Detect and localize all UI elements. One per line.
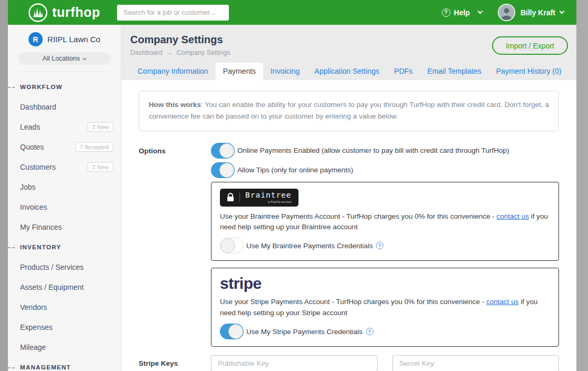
- sidebar-nav: WORKFLOW Dashboard Leads 2 New Quotes 7 …: [8, 72, 121, 371]
- braintree-paypal-subtext: a PayPal service: [268, 200, 292, 203]
- tab-application-settings[interactable]: Application Settings: [307, 63, 387, 80]
- leads-badge: 2 New: [88, 122, 113, 132]
- help-label: Help: [454, 8, 470, 17]
- sidebar-item-label: Jobs: [20, 183, 36, 191]
- tab-payment-history[interactable]: Payment History (0): [489, 63, 569, 80]
- top-navbar: turfhop ? Help Billy Kraft: [8, 0, 576, 25]
- import-export-button[interactable]: Import / Export: [492, 36, 568, 55]
- stripe-contact-us-link[interactable]: contact us: [486, 298, 519, 306]
- app-window: turfhop ? Help Billy Kraft: [8, 0, 576, 371]
- braintree-description: Use your Braintree Payments Account - Tu…: [220, 211, 550, 233]
- toggle-knob: [228, 324, 243, 339]
- turfhop-logo[interactable]: turfhop: [28, 3, 100, 23]
- grass-logo-icon: [28, 3, 48, 23]
- payments-panel: How this works: You can enable the abili…: [121, 80, 576, 371]
- how-this-works-box: How this works: You can enable the abili…: [139, 91, 559, 131]
- sidebar-item-assets-equipment[interactable]: Assets / Equipment: [8, 277, 121, 297]
- sidebar-item-products-services[interactable]: Products / Services: [8, 257, 121, 277]
- main-area: Company Settings Dashboard → Company Set…: [121, 25, 576, 371]
- company-avatar: R: [28, 32, 43, 46]
- breadcrumb-arrow-icon: →: [166, 49, 173, 56]
- tab-pdfs[interactable]: PDFs: [387, 63, 420, 80]
- user-name: Billy Kraft: [520, 8, 555, 17]
- sidebar-item-invoices[interactable]: Invoices: [8, 197, 121, 217]
- tab-invoicing[interactable]: Invoicing: [263, 63, 307, 80]
- tab-email-templates[interactable]: Email Templates: [420, 63, 488, 80]
- braintree-credentials-toggle[interactable]: [220, 238, 244, 253]
- help-menu[interactable]: ? Help: [442, 8, 482, 17]
- nav-section-management: MANAGEMENT: [8, 357, 121, 371]
- online-payments-toggle[interactable]: [211, 143, 235, 159]
- sidebar-item-quotes[interactable]: Quotes 7 Accepted: [8, 137, 121, 157]
- sidebar-item-label: Quotes: [20, 143, 44, 151]
- stripe-credentials-toggle[interactable]: [220, 324, 244, 339]
- chevron-down-icon: [83, 56, 86, 60]
- main-header: Company Settings Dashboard → Company Set…: [121, 25, 576, 80]
- braintree-box: Braintree a PayPal service Use your Brai…: [211, 182, 559, 261]
- sidebar-item-label: Invoices: [20, 203, 47, 211]
- settings-tabs: Company Information Payments Invoicing A…: [130, 63, 567, 80]
- company-block: R RIIPL Lawn Co All Locations: [8, 25, 121, 72]
- options-label: Options: [139, 143, 211, 347]
- braintree-credentials-label: Use My Braintree Payments Credentials: [246, 242, 373, 250]
- sidebar-item-my-finances[interactable]: My Finances: [8, 217, 121, 237]
- braintree-wordmark: Braintree: [245, 191, 292, 200]
- company-name: RIIPL Lawn Co: [47, 35, 100, 44]
- sidebar-item-customers[interactable]: Customers 2 New: [8, 157, 121, 177]
- allow-tips-toggle[interactable]: [211, 162, 235, 178]
- tab-company-information[interactable]: Company Information: [130, 63, 216, 80]
- user-menu[interactable]: Billy Kraft: [498, 4, 564, 21]
- sidebar: R RIIPL Lawn Co All Locations WORKFLOW D…: [8, 25, 121, 371]
- sidebar-item-vendors[interactable]: Vendors: [8, 297, 121, 317]
- stripe-credentials-label: Use My Stripe Payments Credentials: [246, 328, 363, 336]
- sidebar-item-jobs[interactable]: Jobs: [8, 177, 121, 197]
- stripe-toggle-row: Use My Stripe Payments Credentials ?: [220, 324, 550, 339]
- stripe-desc-text: Use your Stripe Payments Account - TurfH…: [220, 298, 486, 306]
- braintree-desc-text: Use your Braintree Payments Account - Tu…: [220, 212, 497, 220]
- tab-payments[interactable]: Payments: [216, 63, 263, 80]
- online-payments-toggle-row: Online Payments Enabled (allow customer …: [211, 143, 559, 159]
- braintree-logo: Braintree a PayPal service: [220, 189, 298, 207]
- breadcrumb-dashboard[interactable]: Dashboard: [130, 49, 162, 56]
- sidebar-item-label: My Finances: [20, 223, 62, 231]
- sidebar-item-dashboard[interactable]: Dashboard: [8, 97, 121, 117]
- customers-badge: 2 New: [88, 162, 113, 172]
- braintree-toggle-row: Use My Braintree Payments Credentials ?: [220, 238, 550, 253]
- toggle-knob: [220, 238, 235, 253]
- stripe-wordmark: stripe: [220, 275, 550, 292]
- logo-divider: [239, 192, 240, 202]
- stripe-keys-label: Stripe Keys: [139, 355, 211, 371]
- toggle-knob: [219, 163, 234, 178]
- sidebar-item-label: Dashboard: [20, 103, 56, 111]
- sidebar-item-label: Assets / Equipment: [20, 283, 84, 291]
- sidebar-item-label: Mileage: [20, 343, 46, 352]
- chevron-down-icon: [477, 9, 483, 14]
- info-box-text: : You can enable the ability for your cu…: [149, 101, 549, 120]
- stripe-description: Use your Stripe Payments Account - TurfH…: [220, 297, 550, 319]
- info-box-lead: How this works: [149, 101, 201, 109]
- breadcrumb-current: Company Settings: [177, 49, 230, 56]
- stripe-help-tooltip-icon[interactable]: ?: [366, 328, 373, 335]
- options-row: Options Online Payments Enabled (allow c…: [139, 143, 559, 347]
- allow-tips-toggle-label: Allow Tips (only for online payments): [237, 166, 353, 174]
- secret-key-input[interactable]: [392, 355, 559, 371]
- allow-tips-toggle-row: Allow Tips (only for online payments): [211, 162, 559, 178]
- global-search-input[interactable]: [117, 5, 229, 21]
- location-selector[interactable]: All Locations: [18, 52, 111, 65]
- publishable-key-input[interactable]: [211, 355, 378, 371]
- lock-icon: [227, 193, 234, 202]
- toggle-knob: [219, 143, 234, 158]
- sidebar-item-mileage[interactable]: Mileage: [8, 337, 121, 357]
- stripe-box: stripe Use your Stripe Payments Account …: [211, 268, 559, 347]
- user-avatar: [498, 4, 515, 21]
- desktop-edge-left: [0, 0, 8, 371]
- nav-section-inventory: INVENTORY: [8, 237, 121, 257]
- braintree-help-tooltip-icon[interactable]: ?: [376, 242, 383, 249]
- sidebar-item-expenses[interactable]: Expenses: [8, 317, 121, 337]
- sidebar-item-label: Expenses: [20, 323, 52, 331]
- desktop-edge-right: [576, 0, 588, 371]
- sidebar-item-label: Customers: [20, 163, 56, 171]
- chevron-down-icon: [560, 9, 565, 14]
- sidebar-item-leads[interactable]: Leads 2 New: [8, 117, 121, 137]
- braintree-contact-us-link[interactable]: contact us: [497, 212, 529, 220]
